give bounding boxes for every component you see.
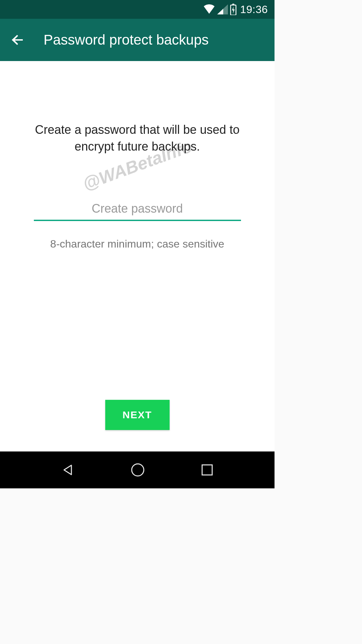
status-icons [203,4,237,15]
password-input-container [34,202,241,221]
nav-back-icon[interactable] [61,463,75,477]
battery-charging-icon [230,4,237,15]
status-time: 19:36 [240,3,268,16]
cell-signal-icon [217,4,228,14]
nav-home-icon[interactable] [130,463,145,477]
password-input[interactable] [34,202,241,221]
svg-rect-3 [202,465,212,475]
page-title: Password protect backups [44,32,209,48]
next-button[interactable]: NEXT [105,400,169,430]
description-text: Create a password that will be used to e… [28,121,246,155]
svg-rect-1 [232,4,234,5]
nav-recent-icon[interactable] [201,464,213,476]
wifi-icon [203,4,215,14]
password-hint: 8-character minimum; case sensitive [50,238,224,250]
main-content: @WABetaInfo Create a password that will … [0,61,275,451]
next-button-label: NEXT [122,409,152,420]
svg-point-2 [132,464,144,476]
navigation-bar [0,451,275,488]
app-bar: Password protect backups [0,19,275,61]
status-bar: 19:36 [0,0,275,19]
back-button[interactable] [10,33,25,47]
